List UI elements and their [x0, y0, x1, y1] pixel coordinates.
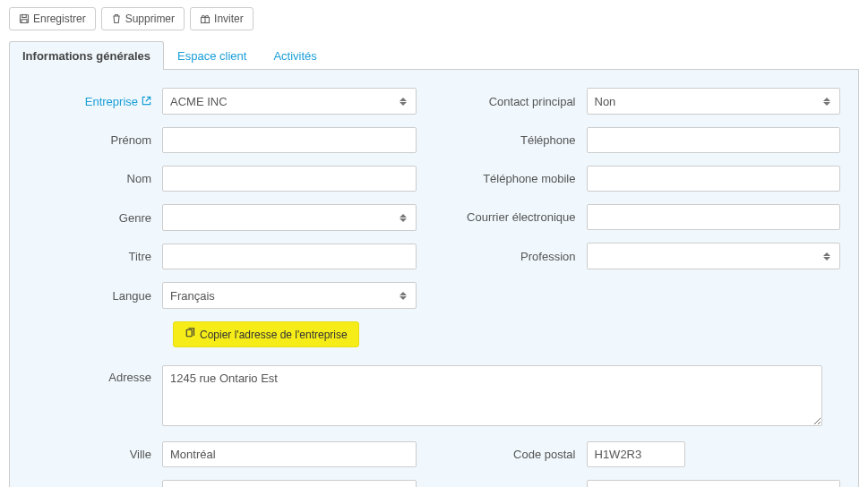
save-button-label: Enregistrer	[33, 13, 86, 25]
copy-address-label: Copier l'adresse de l'entreprise	[200, 329, 348, 341]
province-select[interactable]: Québec	[587, 480, 841, 487]
save-button[interactable]: Enregistrer	[9, 7, 96, 30]
copy-icon	[185, 328, 195, 341]
tab-activities[interactable]: Activités	[260, 41, 330, 70]
sort-icon	[400, 95, 408, 107]
main-contact-value: Non	[595, 95, 616, 108]
main-contact-select[interactable]: Non	[587, 88, 841, 115]
sort-icon	[823, 250, 832, 262]
title-label: Titre	[28, 250, 162, 263]
svg-rect-1	[22, 15, 27, 18]
profession-select[interactable]	[587, 243, 841, 269]
tab-client-space-label: Espace client	[177, 49, 246, 63]
invite-button[interactable]: Inviter	[190, 7, 254, 30]
tab-general-label: Informations générales	[22, 49, 150, 63]
language-label: Langue	[28, 289, 162, 303]
external-link-icon	[142, 95, 151, 108]
country-select[interactable]: Canada	[162, 480, 417, 487]
save-icon	[19, 13, 30, 24]
mobile-input[interactable]	[587, 166, 841, 192]
lastname-input[interactable]	[162, 166, 417, 192]
sort-icon	[823, 95, 832, 107]
phone-label: Téléphone	[452, 133, 587, 147]
city-label: Ville	[28, 448, 162, 461]
tab-general[interactable]: Informations générales	[9, 41, 164, 70]
sort-icon	[400, 211, 408, 224]
gift-icon	[200, 13, 211, 24]
company-label: Entreprise	[85, 95, 138, 108]
toolbar: Enregistrer Supprimer Inviter	[9, 7, 859, 30]
language-select[interactable]: Français	[162, 282, 417, 309]
panel-general: Entreprise ACME INC Prénom Nom Genre	[9, 70, 859, 487]
tab-activities-label: Activités	[273, 49, 316, 63]
company-select-value: ACME INC	[170, 95, 228, 108]
trash-icon	[111, 13, 122, 24]
tab-bar: Informations générales Espace client Act…	[9, 41, 859, 70]
postal-label: Code postal	[452, 448, 587, 461]
company-link[interactable]: Entreprise	[28, 95, 151, 108]
phone-input[interactable]	[587, 127, 841, 153]
sort-icon	[400, 289, 408, 302]
invite-button-label: Inviter	[214, 13, 244, 25]
profession-label: Profession	[452, 250, 587, 263]
main-contact-label: Contact principal	[452, 95, 587, 108]
email-label: Courrier électronique	[452, 210, 587, 224]
mobile-label: Téléphone mobile	[452, 172, 587, 185]
gender-select[interactable]	[162, 204, 417, 231]
address-textarea[interactable]	[162, 365, 822, 426]
svg-rect-4	[186, 329, 192, 337]
delete-button-label: Supprimer	[125, 13, 175, 25]
delete-button[interactable]: Supprimer	[101, 7, 185, 30]
postal-input[interactable]	[587, 441, 685, 467]
firstname-label: Prénom	[28, 133, 162, 147]
gender-label: Genre	[28, 211, 162, 225]
firstname-input[interactable]	[162, 127, 417, 153]
email-input[interactable]	[587, 204, 841, 230]
company-select[interactable]: ACME INC	[162, 88, 417, 115]
address-label: Adresse	[28, 365, 162, 384]
title-input[interactable]	[162, 244, 417, 269]
svg-rect-2	[21, 20, 27, 23]
copy-company-address-button[interactable]: Copier l'adresse de l'entreprise	[173, 321, 359, 347]
lastname-label: Nom	[28, 172, 162, 185]
language-select-value: Français	[170, 289, 215, 303]
city-input[interactable]	[162, 441, 417, 467]
tab-client-space[interactable]: Espace client	[164, 41, 260, 70]
